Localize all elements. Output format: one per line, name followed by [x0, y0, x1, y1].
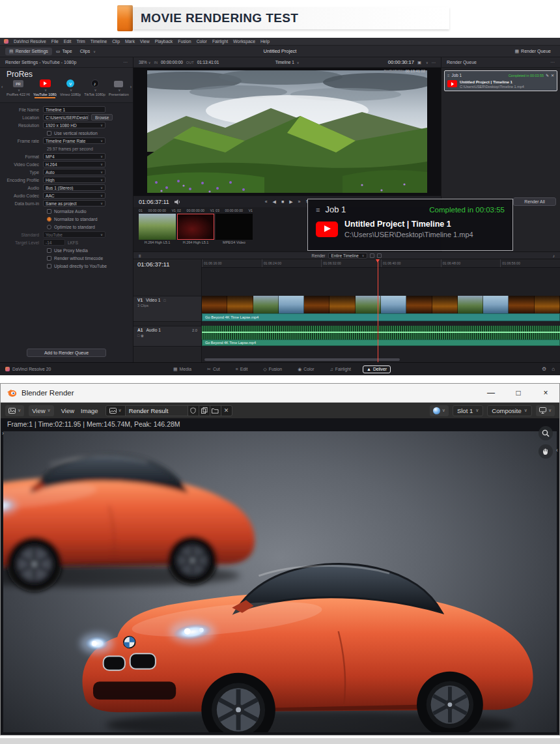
- unlink-icon[interactable]: ✕: [221, 406, 232, 416]
- video-track-header[interactable]: V1 Video 1 □ 3 Clips: [133, 296, 201, 322]
- panel-toggle-right-icon[interactable]: ‹: [556, 447, 558, 453]
- upload-directly-to-youtube-check[interactable]: Upload directly to YouTube: [47, 264, 107, 268]
- render-layer-select[interactable]: Composite ∨: [487, 405, 532, 416]
- menu-item-fusion[interactable]: Fusion: [178, 39, 191, 44]
- play-button[interactable]: ▶: [289, 199, 292, 205]
- preset-tiktok-1080p[interactable]: ♪∨TikTok 1080p: [84, 79, 105, 98]
- render-job-card[interactable]: ≡ Job 1 Completed in 00:03:55 ✎ ✕ Untitl…: [444, 70, 557, 91]
- video-codec-select[interactable]: H.264∨: [43, 161, 105, 167]
- menu-item-help[interactable]: Help: [260, 39, 270, 44]
- menu-item-edit[interactable]: Edit: [64, 39, 72, 44]
- menu-item-davinci-resolve[interactable]: DaVinci Resolve: [14, 39, 46, 44]
- chevron-right-icon[interactable]: ›: [130, 85, 132, 89]
- data-burn-in-select[interactable]: Same as project∨: [43, 200, 105, 207]
- nav-item-fairlight[interactable]: ♫Fairlight: [326, 365, 355, 373]
- delete-job-icon[interactable]: ✕: [551, 73, 554, 78]
- render-settings-button[interactable]: ▤ Render Settings: [5, 48, 52, 55]
- target-level-input[interactable]: -14: [43, 239, 65, 246]
- lock-icon[interactable]: □: [163, 298, 165, 302]
- menu-item-trim[interactable]: Trim: [76, 39, 85, 44]
- add-to-render-queue-button[interactable]: Add to Render Queue: [27, 349, 106, 357]
- normalize-audio-check[interactable]: Normalize Audio: [47, 209, 87, 214]
- chevron-left-icon[interactable]: ‹: [1, 85, 3, 89]
- file-name-input[interactable]: Timeline 1: [43, 106, 105, 113]
- menu-item-workspace[interactable]: Workspace: [233, 39, 255, 44]
- nav-item-media[interactable]: ▦Media: [169, 365, 195, 373]
- nav-item-edit[interactable]: ≡Edit: [232, 365, 252, 373]
- maximize-button[interactable]: □: [505, 384, 532, 402]
- menu-view[interactable]: View: [59, 407, 77, 415]
- queue-options-icon[interactable]: ⋯: [550, 60, 555, 65]
- format-select[interactable]: MP4∨: [43, 153, 105, 160]
- audio-clip-lane[interactable]: Go Beyond 4K Time Lapse.mp4: [202, 326, 560, 347]
- nav-item-fusion[interactable]: ◇Fusion: [259, 365, 286, 373]
- menu-item-timeline[interactable]: Timeline: [91, 39, 107, 44]
- settings-gear-icon[interactable]: ⚙: [542, 366, 546, 372]
- check-icon[interactable]: [47, 256, 51, 261]
- menu-item-clip[interactable]: Clip: [112, 39, 120, 44]
- close-button[interactable]: ×: [532, 384, 559, 402]
- timeline-ruler[interactable]: 01:06:16:0001:06:24:0001:06:32:0001:06:4…: [202, 259, 560, 268]
- nav-item-deliver[interactable]: ▲Deliver: [363, 365, 391, 373]
- panel-toggle-left-icon[interactable]: ›: [2, 430, 4, 436]
- edit-job-icon[interactable]: ✎: [546, 73, 549, 78]
- playhead[interactable]: [378, 259, 378, 362]
- viewer-options-icon[interactable]: ⋯: [432, 60, 436, 65]
- audio-select[interactable]: Bus 1 (Stereo)∨: [43, 184, 105, 191]
- menu-item-file[interactable]: File: [51, 39, 59, 44]
- duplicate-image-icon[interactable]: [199, 406, 210, 416]
- use-proxy-media-check[interactable]: Use Proxy Media: [47, 248, 88, 253]
- display-select[interactable]: ∨: [536, 405, 555, 416]
- lock-icon[interactable]: □: [137, 334, 139, 337]
- view-mode-select[interactable]: View ∨: [29, 405, 54, 416]
- slot-select[interactable]: Slot 1 ∨: [453, 405, 483, 416]
- nav-item-cut[interactable]: ✂Cut: [203, 365, 223, 373]
- optimize-to-standard-radio[interactable]: Optimize to standard: [47, 225, 95, 229]
- video-clip-name[interactable]: Go Beyond 4K Time Lapse.mp4: [202, 313, 560, 321]
- go-end-button[interactable]: »: [298, 199, 301, 205]
- go-start-button[interactable]: «: [265, 199, 268, 205]
- mark-out-button[interactable]: [377, 253, 382, 258]
- radio-icon[interactable]: [47, 217, 51, 222]
- channels-select[interactable]: ∨: [430, 405, 449, 416]
- timeline-tracks[interactable]: 01:06:16:0001:06:24:0001:06:32:0001:06:4…: [202, 259, 560, 362]
- clip-thumbnail-selected[interactable]: [177, 214, 214, 240]
- encoding-profile-select[interactable]: High∨: [43, 177, 105, 183]
- render-all-button[interactable]: Render All: [513, 197, 556, 206]
- check-icon[interactable]: [47, 264, 51, 268]
- menu-image[interactable]: Image: [78, 407, 100, 415]
- datablock-name[interactable]: Render Result: [125, 406, 188, 416]
- mute-icon[interactable]: ◉: [141, 334, 144, 337]
- render-queue-button[interactable]: ▦ Render Queue: [511, 48, 555, 55]
- video-clip-lane[interactable]: Go Beyond 4K Time Lapse.mp4: [202, 296, 560, 322]
- mark-in-button[interactable]: [370, 253, 374, 258]
- menu-item-color[interactable]: Color: [197, 39, 207, 44]
- use-vertical-resolution-check[interactable]: Use vertical resolution: [47, 131, 98, 136]
- audio-clip-name[interactable]: Go Beyond 4K Time Lapse.mp4: [202, 339, 560, 346]
- preset-presentation[interactable]: ∨Presentation: [109, 81, 129, 98]
- audio-track-header[interactable]: A1 Audio 1 2.0 □ ◉: [133, 326, 201, 347]
- editor-type-select[interactable]: ∨: [5, 405, 24, 416]
- render-range-select[interactable]: Entire Timeline ∨: [328, 253, 368, 259]
- clips-button[interactable]: Clips ∨: [76, 48, 100, 55]
- frame-rate-select[interactable]: Timeline Frame Rate∨: [43, 137, 105, 144]
- image-viewport[interactable]: Frame:1 | Time:02:11.95 | Mem:145.74M, P…: [1, 418, 559, 735]
- preset-vimeo-1080p[interactable]: v∨Vimeo 1080p: [60, 79, 81, 98]
- type-select[interactable]: Auto∨: [43, 169, 105, 175]
- timeline-scrollbar[interactable]: [204, 358, 400, 361]
- fake-user-icon[interactable]: [188, 406, 199, 416]
- audio-codec-select[interactable]: AAC∨: [43, 192, 105, 199]
- render-without-timecode-check[interactable]: Render without timecode: [47, 256, 103, 261]
- zoom-tool-icon[interactable]: [539, 426, 553, 440]
- clip-thumbnail[interactable]: [216, 214, 253, 240]
- nav-item-color[interactable]: ◉Color: [294, 365, 318, 373]
- blender-titlebar[interactable]: Blender Render — □ ×: [1, 384, 559, 403]
- preset-youtube-1080p[interactable]: ∨YouTube 1080p: [33, 79, 57, 98]
- menu-item-fairlight[interactable]: Fairlight: [212, 39, 228, 44]
- menu-item-playback[interactable]: Playback: [155, 39, 173, 44]
- check-icon[interactable]: [47, 209, 51, 214]
- resolution-select[interactable]: 1920 x 1080 HD∨: [43, 122, 105, 128]
- normalize-to-standard-radio[interactable]: Normalize to standard: [47, 217, 98, 222]
- menu-item-mark[interactable]: Mark: [125, 39, 135, 44]
- browse-button[interactable]: Browse: [91, 114, 113, 121]
